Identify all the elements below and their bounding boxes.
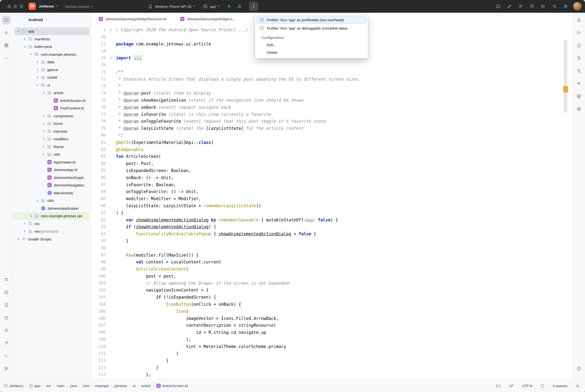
- tree-item-mainactivity[interactable]: CMainActivity: [15, 189, 89, 197]
- code-line-104[interactable]: 104 IconButton(onClick = onBack) {: [92, 301, 561, 308]
- code-line-108[interactable]: 108 id = R.string.cd_navigate_up: [92, 329, 561, 336]
- code-line-105[interactable]: 105 Icon(: [92, 308, 561, 315]
- breadcrumb-item-com[interactable]: com: [83, 384, 90, 388]
- chevron-right-icon[interactable]: [41, 153, 47, 156]
- line-number[interactable]: 72: [92, 76, 106, 83]
- breadcrumb-item-jetnews[interactable]: JetNews: [4, 384, 24, 388]
- code-line-103[interactable]: 103 if (!isExpandedScreen) {: [92, 294, 561, 301]
- chevron-right-icon[interactable]: [22, 222, 28, 225]
- line-number[interactable]: 107: [92, 322, 106, 329]
- code-line-101[interactable]: 101 // Allow opening the Drawer if the s…: [92, 280, 561, 287]
- line-number[interactable]: 83: [92, 153, 106, 160]
- line-number[interactable]: 100: [92, 273, 106, 280]
- tree-item-gradle-scripts[interactable]: Gradle Scripts: [15, 235, 89, 243]
- minimize-window-button[interactable]: [14, 5, 17, 8]
- more-run-options-button[interactable]: [249, 2, 258, 11]
- line-number[interactable]: 75: [92, 97, 106, 104]
- line-number[interactable]: 96: [92, 245, 106, 252]
- breadcrumb-item-article[interactable]: article: [141, 384, 151, 388]
- lock-icon[interactable]: [576, 384, 579, 388]
- code-line-74[interactable]: 74 * @param post (state) item to display: [92, 90, 561, 97]
- code-line-75[interactable]: 75 * @param showNavigationIcon (state) i…: [92, 97, 561, 104]
- code-line-99[interactable]: 99 ArticleScreenContent(: [92, 266, 561, 273]
- line-number[interactable]: 81: [92, 139, 106, 146]
- popup-item-1[interactable]: Profiler: Run 'app' as profileable (low …: [257, 16, 366, 24]
- line-number[interactable]: 110: [92, 343, 106, 350]
- run-icon[interactable]: [2, 288, 11, 297]
- line-number[interactable]: 109: [92, 336, 106, 343]
- popup-action-edit[interactable]: Edit...: [255, 41, 368, 49]
- line-number[interactable]: 103: [92, 294, 106, 301]
- line-number[interactable]: 108: [92, 329, 106, 336]
- line-number[interactable]: 112: [92, 357, 106, 364]
- file-encoding[interactable]: UTF-8: [522, 384, 532, 388]
- line-number[interactable]: 101: [92, 280, 106, 287]
- line-number[interactable]: 77: [92, 111, 106, 118]
- code-line-95[interactable]: 95 }: [92, 238, 561, 245]
- tree-item-res[interactable]: res: [15, 220, 89, 228]
- line-number[interactable]: 73: [92, 82, 106, 90]
- chevron-right-icon[interactable]: [41, 130, 47, 133]
- debug-button[interactable]: [236, 3, 243, 10]
- code-line-114[interactable]: 114 },: [92, 371, 561, 378]
- line-number[interactable]: 18: [92, 48, 106, 54]
- line-number[interactable]: 105: [92, 308, 106, 315]
- tree-item-glance[interactable]: glance: [15, 66, 89, 74]
- line-number[interactable]: 114: [92, 371, 106, 378]
- tree-item-utils[interactable]: utils: [15, 150, 89, 158]
- gemini-icon[interactable]: [574, 79, 583, 88]
- chevron-right-icon[interactable]: [22, 37, 28, 40]
- chevron-down-icon[interactable]: [28, 52, 34, 56]
- run-config-selector[interactable]: app: [210, 4, 216, 8]
- line-number[interactable]: 111: [92, 350, 106, 357]
- tree-item-jetnewsapplication[interactable]: CJetnewsApplication: [15, 204, 89, 212]
- project-widget[interactable]: JetNews: [39, 4, 59, 8]
- indent-setting[interactable]: 4 spaces: [553, 384, 567, 388]
- code-line-106[interactable]: 106 imageVector = Icons.Filled.ArrowBack…: [92, 315, 561, 322]
- code-line-80[interactable]: 80 */: [92, 132, 561, 139]
- line-number[interactable]: 70: [92, 62, 106, 69]
- tree-item-data[interactable]: data: [15, 58, 89, 66]
- chevron-down-icon[interactable]: [41, 91, 47, 94]
- code-line-88[interactable]: 88 onToggleFavorite: () -> Unit,: [92, 188, 561, 195]
- run-button[interactable]: [226, 3, 233, 10]
- running-devices-icon[interactable]: [574, 54, 583, 62]
- settings-gear-icon[interactable]: [562, 3, 569, 10]
- tree-item-appdrawer-kt[interactable]: KAppDrawer.kt: [15, 158, 89, 166]
- code-line-113[interactable]: 113 }: [92, 364, 561, 371]
- breadcrumb-item-java[interactable]: java: [70, 384, 77, 388]
- line-number[interactable]: 88: [92, 188, 106, 195]
- code-line-78[interactable]: 78 * @param onToggleFavorite (event) req…: [92, 118, 561, 125]
- code-line-87[interactable]: 87 isFavorite: Boolean,: [92, 181, 561, 188]
- device-selector[interactable]: Medium Phone API 35: [155, 4, 192, 8]
- popup-action-delete[interactable]: Delete: [255, 49, 368, 56]
- code-line-112[interactable]: 112 }: [92, 357, 561, 364]
- tree-item-article[interactable]: article: [15, 89, 89, 97]
- tree-item-com-example-jetnews[interactable]: com.example.jetnews: [15, 50, 89, 58]
- code-editor[interactable]: 1/ Copyright 2020 The Android Open Sourc…: [92, 26, 561, 379]
- user-avatar[interactable]: [573, 2, 581, 10]
- tree-item-manifests[interactable]: manifests: [15, 35, 89, 43]
- notifications-icon[interactable]: [574, 16, 583, 24]
- tree-item-articlescreen-kt[interactable]: KArticleScreen.kt: [15, 97, 89, 104]
- code-line-76[interactable]: 76 * @param onBack (event) request navig…: [92, 104, 561, 111]
- line-number[interactable]: 86: [92, 174, 106, 181]
- line-number[interactable]: 84: [92, 160, 106, 167]
- zoom-window-button[interactable]: [20, 5, 23, 8]
- device-mirror-icon[interactable]: [494, 3, 502, 10]
- code-line-97[interactable]: 97 Row(modifier.fillMaxSize()) {: [92, 252, 561, 259]
- line-number[interactable]: 102: [92, 287, 106, 294]
- breadcrumb-item-main[interactable]: main: [57, 384, 65, 388]
- device-manager-phone-icon[interactable]: [574, 41, 583, 50]
- line-number[interactable]: 94: [92, 230, 106, 238]
- line-number[interactable]: 89: [92, 195, 106, 202]
- chevron-right-icon[interactable]: [22, 230, 28, 233]
- line-number[interactable]: 90: [92, 202, 106, 210]
- line-number[interactable]: 95: [92, 238, 106, 245]
- tree-item-home[interactable]: home: [15, 120, 89, 128]
- problems-icon[interactable]: [574, 364, 583, 373]
- code-line-102[interactable]: 102 navigationIconContent = {: [92, 287, 561, 294]
- editor-tab-1[interactable]: KJetnewsGlanceAppWidgetReceiver.kt: [95, 13, 176, 25]
- code-line-86[interactable]: 86 onBack: () -> Unit,: [92, 174, 561, 181]
- tree-item-com-example-jetnews-an[interactable]: com.example.jetnews (an: [15, 212, 89, 220]
